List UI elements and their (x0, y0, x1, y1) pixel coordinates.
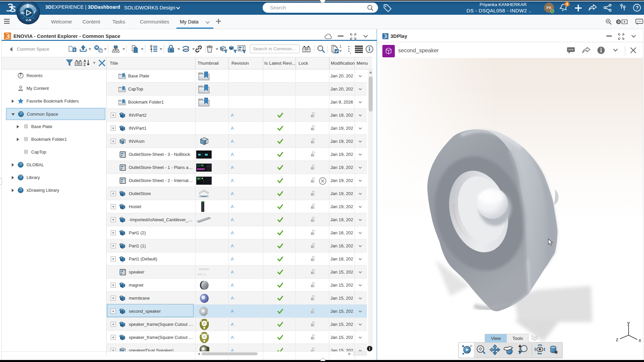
svg-text:1: 1 (339, 45, 341, 48)
svg-text:Z: Z (84, 63, 86, 67)
svg-text:0: 0 (618, 20, 620, 24)
svg-text:z: z (616, 337, 619, 342)
svg-text:DDD: DDD (183, 48, 190, 51)
svg-text:?: ? (636, 5, 639, 10)
svg-text:y: y (627, 321, 630, 325)
svg-text:3D: 3D (20, 11, 24, 15)
svg-text:x: x (639, 337, 641, 343)
svg-text:i': i' (34, 11, 36, 14)
